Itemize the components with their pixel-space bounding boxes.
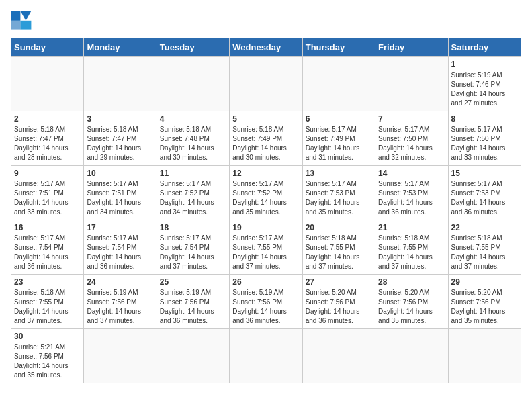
day-cell: 27Sunrise: 5:20 AM Sunset: 7:56 PM Dayli… bbox=[302, 275, 375, 329]
day-cell: 12Sunrise: 5:17 AM Sunset: 7:52 PM Dayli… bbox=[230, 166, 302, 220]
day-cell bbox=[84, 57, 157, 111]
day-number: 21 bbox=[378, 223, 445, 232]
day-number: 29 bbox=[451, 277, 518, 287]
day-number: 2 bbox=[14, 114, 81, 124]
day-cell: 8Sunrise: 5:17 AM Sunset: 7:50 PM Daylig… bbox=[448, 111, 521, 166]
day-info: Sunrise: 5:20 AM Sunset: 7:56 PM Dayligh… bbox=[378, 288, 445, 326]
day-number: 17 bbox=[87, 223, 153, 232]
day-cell: 6Sunrise: 5:17 AM Sunset: 7:49 PM Daylig… bbox=[302, 111, 375, 166]
week-row-0: 1Sunrise: 5:19 AM Sunset: 7:46 PM Daylig… bbox=[11, 57, 521, 111]
day-info: Sunrise: 5:17 AM Sunset: 7:50 PM Dayligh… bbox=[451, 125, 518, 163]
day-info: Sunrise: 5:19 AM Sunset: 7:56 PM Dayligh… bbox=[232, 288, 299, 326]
day-cell: 1Sunrise: 5:19 AM Sunset: 7:46 PM Daylig… bbox=[448, 57, 521, 111]
day-info: Sunrise: 5:17 AM Sunset: 7:54 PM Dayligh… bbox=[14, 234, 81, 271]
day-cell bbox=[302, 57, 375, 111]
day-cell: 20Sunrise: 5:18 AM Sunset: 7:55 PM Dayli… bbox=[302, 220, 375, 275]
day-cell bbox=[84, 329, 157, 383]
day-number: 24 bbox=[87, 277, 153, 287]
weekday-wednesday: Wednesday bbox=[230, 38, 302, 57]
day-number: 13 bbox=[306, 169, 372, 178]
day-number: 5 bbox=[232, 114, 299, 124]
day-number: 7 bbox=[378, 114, 445, 124]
day-cell: 22Sunrise: 5:18 AM Sunset: 7:55 PM Dayli… bbox=[448, 220, 521, 275]
day-cell bbox=[448, 329, 521, 383]
day-cell: 28Sunrise: 5:20 AM Sunset: 7:56 PM Dayli… bbox=[375, 275, 448, 329]
day-info: Sunrise: 5:17 AM Sunset: 7:54 PM Dayligh… bbox=[160, 234, 226, 271]
day-cell: 5Sunrise: 5:18 AM Sunset: 7:49 PM Daylig… bbox=[230, 111, 302, 166]
day-cell: 15Sunrise: 5:17 AM Sunset: 7:53 PM Dayli… bbox=[448, 166, 521, 220]
week-row-4: 23Sunrise: 5:18 AM Sunset: 7:55 PM Dayli… bbox=[11, 275, 521, 329]
day-info: Sunrise: 5:17 AM Sunset: 7:49 PM Dayligh… bbox=[306, 125, 372, 163]
day-number: 9 bbox=[14, 169, 81, 178]
day-number: 30 bbox=[14, 332, 81, 341]
day-info: Sunrise: 5:19 AM Sunset: 7:56 PM Dayligh… bbox=[160, 288, 226, 326]
day-cell bbox=[230, 329, 302, 383]
svg-rect-0 bbox=[11, 11, 20, 20]
day-number: 19 bbox=[232, 223, 299, 232]
weekday-thursday: Thursday bbox=[302, 38, 375, 57]
svg-marker-2 bbox=[20, 21, 31, 30]
day-cell: 4Sunrise: 5:18 AM Sunset: 7:48 PM Daylig… bbox=[157, 111, 229, 166]
day-number: 25 bbox=[160, 277, 226, 287]
day-info: Sunrise: 5:17 AM Sunset: 7:50 PM Dayligh… bbox=[378, 125, 445, 163]
week-row-2: 9Sunrise: 5:17 AM Sunset: 7:51 PM Daylig… bbox=[11, 166, 521, 220]
weekday-sunday: Sunday bbox=[11, 38, 84, 57]
day-info: Sunrise: 5:18 AM Sunset: 7:55 PM Dayligh… bbox=[14, 288, 81, 326]
day-cell: 3Sunrise: 5:18 AM Sunset: 7:47 PM Daylig… bbox=[84, 111, 157, 166]
day-number: 20 bbox=[306, 223, 372, 232]
day-info: Sunrise: 5:18 AM Sunset: 7:55 PM Dayligh… bbox=[306, 234, 372, 271]
day-number: 10 bbox=[87, 169, 153, 178]
day-info: Sunrise: 5:18 AM Sunset: 7:47 PM Dayligh… bbox=[14, 125, 81, 163]
day-number: 6 bbox=[306, 114, 372, 124]
day-cell: 14Sunrise: 5:17 AM Sunset: 7:53 PM Dayli… bbox=[375, 166, 448, 220]
weekday-friday: Friday bbox=[375, 38, 448, 57]
day-cell: 17Sunrise: 5:17 AM Sunset: 7:54 PM Dayli… bbox=[84, 220, 157, 275]
weekday-monday: Monday bbox=[84, 38, 157, 57]
day-cell: 2Sunrise: 5:18 AM Sunset: 7:47 PM Daylig… bbox=[11, 111, 84, 166]
day-info: Sunrise: 5:18 AM Sunset: 7:48 PM Dayligh… bbox=[160, 125, 226, 163]
day-info: Sunrise: 5:18 AM Sunset: 7:47 PM Dayligh… bbox=[87, 125, 153, 163]
week-row-3: 16Sunrise: 5:17 AM Sunset: 7:54 PM Dayli… bbox=[11, 220, 521, 275]
day-number: 8 bbox=[451, 114, 518, 124]
day-number: 16 bbox=[14, 223, 81, 232]
calendar: SundayMondayTuesdayWednesdayThursdayFrid… bbox=[11, 38, 521, 383]
day-number: 28 bbox=[378, 277, 445, 287]
day-info: Sunrise: 5:17 AM Sunset: 7:53 PM Dayligh… bbox=[378, 179, 445, 217]
day-cell: 21Sunrise: 5:18 AM Sunset: 7:55 PM Dayli… bbox=[375, 220, 448, 275]
day-cell bbox=[375, 329, 448, 383]
day-cell: 11Sunrise: 5:17 AM Sunset: 7:52 PM Dayli… bbox=[157, 166, 229, 220]
day-cell bbox=[157, 57, 229, 111]
day-cell bbox=[375, 57, 448, 111]
day-info: Sunrise: 5:19 AM Sunset: 7:46 PM Dayligh… bbox=[451, 71, 518, 108]
day-cell: 13Sunrise: 5:17 AM Sunset: 7:53 PM Dayli… bbox=[302, 166, 375, 220]
day-cell bbox=[302, 329, 375, 383]
weekday-tuesday: Tuesday bbox=[157, 38, 229, 57]
day-cell: 23Sunrise: 5:18 AM Sunset: 7:55 PM Dayli… bbox=[11, 275, 84, 329]
day-info: Sunrise: 5:20 AM Sunset: 7:56 PM Dayligh… bbox=[451, 288, 518, 326]
day-info: Sunrise: 5:17 AM Sunset: 7:51 PM Dayligh… bbox=[14, 179, 81, 217]
day-number: 4 bbox=[160, 114, 226, 124]
day-cell: 26Sunrise: 5:19 AM Sunset: 7:56 PM Dayli… bbox=[230, 275, 302, 329]
calendar-header: SundayMondayTuesdayWednesdayThursdayFrid… bbox=[11, 38, 521, 57]
day-cell: 16Sunrise: 5:17 AM Sunset: 7:54 PM Dayli… bbox=[11, 220, 84, 275]
day-number: 12 bbox=[232, 169, 299, 178]
day-info: Sunrise: 5:18 AM Sunset: 7:49 PM Dayligh… bbox=[232, 125, 299, 163]
day-info: Sunrise: 5:21 AM Sunset: 7:56 PM Dayligh… bbox=[14, 342, 81, 380]
day-info: Sunrise: 5:20 AM Sunset: 7:56 PM Dayligh… bbox=[306, 288, 372, 326]
day-number: 27 bbox=[306, 277, 372, 287]
day-number: 3 bbox=[87, 114, 153, 124]
day-number: 15 bbox=[451, 169, 518, 178]
day-cell: 18Sunrise: 5:17 AM Sunset: 7:54 PM Dayli… bbox=[157, 220, 229, 275]
logo bbox=[11, 11, 35, 30]
svg-marker-3 bbox=[11, 21, 20, 30]
day-number: 14 bbox=[378, 169, 445, 178]
day-cell bbox=[11, 57, 84, 111]
day-number: 18 bbox=[160, 223, 226, 232]
day-number: 22 bbox=[451, 223, 518, 232]
day-number: 23 bbox=[14, 277, 81, 287]
day-number: 11 bbox=[160, 169, 226, 178]
day-info: Sunrise: 5:18 AM Sunset: 7:55 PM Dayligh… bbox=[378, 234, 445, 271]
day-info: Sunrise: 5:17 AM Sunset: 7:52 PM Dayligh… bbox=[160, 179, 226, 217]
day-cell bbox=[230, 57, 302, 111]
day-cell: 25Sunrise: 5:19 AM Sunset: 7:56 PM Dayli… bbox=[157, 275, 229, 329]
